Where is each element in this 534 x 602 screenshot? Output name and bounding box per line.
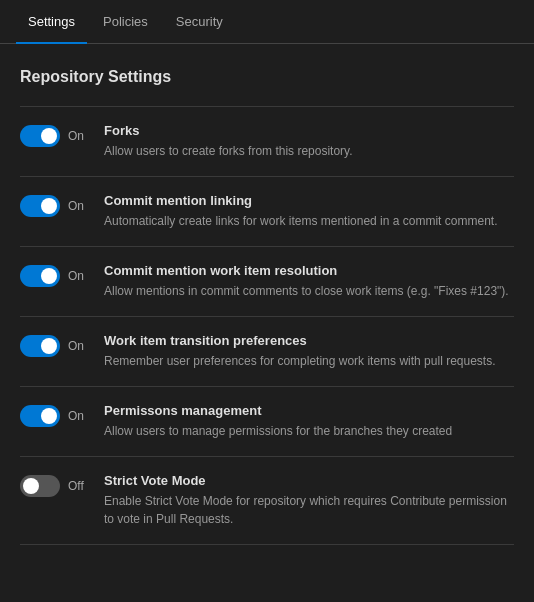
toggle-area-forks: On <box>20 123 92 147</box>
setting-row: OnCommit mention linkingAutomatically cr… <box>20 177 514 247</box>
toggle-area-permissions-management: On <box>20 403 92 427</box>
toggle-thumb-forks <box>41 128 57 144</box>
setting-text-work-item-transition: Work item transition preferencesRemember… <box>104 333 514 370</box>
toggle-commit-mention-resolution[interactable] <box>20 265 60 287</box>
toggle-label-work-item-transition: On <box>68 339 90 353</box>
tab-settings[interactable]: Settings <box>16 0 87 43</box>
settings-list: OnForksAllow users to create forks from … <box>20 106 514 545</box>
setting-desc-forks: Allow users to create forks from this re… <box>104 142 514 160</box>
toggle-label-commit-mention-linking: On <box>68 199 90 213</box>
setting-row: OnWork item transition preferencesRememb… <box>20 317 514 387</box>
setting-row: OnPermissons managementAllow users to ma… <box>20 387 514 457</box>
toggle-thumb-work-item-transition <box>41 338 57 354</box>
setting-row: OnCommit mention work item resolutionAll… <box>20 247 514 317</box>
toggle-thumb-commit-mention-resolution <box>41 268 57 284</box>
toggle-strict-vote-mode[interactable] <box>20 475 60 497</box>
tab-security[interactable]: Security <box>164 0 235 43</box>
setting-text-strict-vote-mode: Strict Vote ModeEnable Strict Vote Mode … <box>104 473 514 528</box>
tab-bar: Settings Policies Security <box>0 0 534 44</box>
toggle-permissions-management[interactable] <box>20 405 60 427</box>
setting-desc-strict-vote-mode: Enable Strict Vote Mode for repository w… <box>104 492 514 528</box>
toggle-thumb-commit-mention-linking <box>41 198 57 214</box>
setting-desc-permissions-management: Allow users to manage permissions for th… <box>104 422 514 440</box>
setting-row: OffStrict Vote ModeEnable Strict Vote Mo… <box>20 457 514 545</box>
toggle-thumb-permissions-management <box>41 408 57 424</box>
toggle-commit-mention-linking[interactable] <box>20 195 60 217</box>
setting-text-commit-mention-resolution: Commit mention work item resolutionAllow… <box>104 263 514 300</box>
section-title: Repository Settings <box>20 68 514 86</box>
toggle-label-forks: On <box>68 129 90 143</box>
setting-name-work-item-transition: Work item transition preferences <box>104 333 514 348</box>
setting-row: OnForksAllow users to create forks from … <box>20 107 514 177</box>
toggle-area-work-item-transition: On <box>20 333 92 357</box>
setting-desc-commit-mention-linking: Automatically create links for work item… <box>104 212 514 230</box>
toggle-forks[interactable] <box>20 125 60 147</box>
tab-policies[interactable]: Policies <box>91 0 160 43</box>
toggle-work-item-transition[interactable] <box>20 335 60 357</box>
setting-text-commit-mention-linking: Commit mention linkingAutomatically crea… <box>104 193 514 230</box>
toggle-area-strict-vote-mode: Off <box>20 473 92 497</box>
setting-desc-commit-mention-resolution: Allow mentions in commit comments to clo… <box>104 282 514 300</box>
setting-desc-work-item-transition: Remember user preferences for completing… <box>104 352 514 370</box>
setting-name-permissions-management: Permissons management <box>104 403 514 418</box>
setting-name-commit-mention-linking: Commit mention linking <box>104 193 514 208</box>
main-content: Repository Settings OnForksAllow users t… <box>0 44 534 561</box>
setting-name-strict-vote-mode: Strict Vote Mode <box>104 473 514 488</box>
toggle-area-commit-mention-resolution: On <box>20 263 92 287</box>
toggle-label-commit-mention-resolution: On <box>68 269 90 283</box>
setting-name-forks: Forks <box>104 123 514 138</box>
toggle-thumb-strict-vote-mode <box>23 478 39 494</box>
toggle-label-strict-vote-mode: Off <box>68 479 90 493</box>
toggle-label-permissions-management: On <box>68 409 90 423</box>
setting-text-permissions-management: Permissons managementAllow users to mana… <box>104 403 514 440</box>
setting-name-commit-mention-resolution: Commit mention work item resolution <box>104 263 514 278</box>
toggle-area-commit-mention-linking: On <box>20 193 92 217</box>
setting-text-forks: ForksAllow users to create forks from th… <box>104 123 514 160</box>
